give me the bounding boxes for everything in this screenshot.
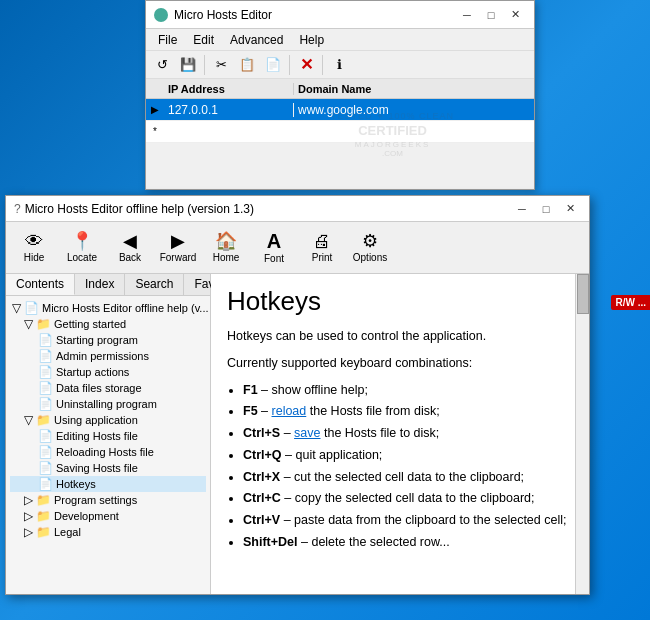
intro-2: Currently supported keyboard combination… xyxy=(227,354,573,373)
minimize-button[interactable]: ─ xyxy=(456,6,478,24)
help-tool-home[interactable]: 🏠 Home xyxy=(204,226,248,270)
forward-label: Forward xyxy=(160,252,197,263)
col-ip-header: IP Address xyxy=(164,83,294,95)
tree-item-saving[interactable]: 📄 Saving Hosts file xyxy=(10,460,206,476)
hotkeys-list: F1 – show offline help; F5 – reload the … xyxy=(243,381,573,552)
tree-label-using: Using application xyxy=(54,414,138,426)
tab-search[interactable]: Search xyxy=(125,274,184,295)
help-tool-forward[interactable]: ▶ Forward xyxy=(156,226,200,270)
help-tool-hide[interactable]: 👁 Hide xyxy=(12,226,56,270)
hotkey-f5-sep: – xyxy=(261,404,271,418)
hide-icon: 👁 xyxy=(25,232,43,250)
help-tool-locate[interactable]: 📍 Locate xyxy=(60,226,104,270)
cell-ip[interactable]: 127.0.0.1 xyxy=(164,103,294,117)
hotkey-ctrlc: Ctrl+C – copy the selected cell data to … xyxy=(243,489,573,508)
font-label: Font xyxy=(264,253,284,264)
help-tool-options[interactable]: ⚙ Options xyxy=(348,226,392,270)
home-label: Home xyxy=(213,252,240,263)
scrollbar-vertical[interactable] xyxy=(575,274,589,594)
table-row[interactable]: ▶ 127.0.0.1 www.google.com xyxy=(146,99,534,121)
locate-icon: 📍 xyxy=(71,232,93,250)
help-tool-font[interactable]: A Font xyxy=(252,226,296,270)
tree-doc-icon: 📄 xyxy=(24,301,39,315)
tree-item-reloading[interactable]: 📄 Reloading Hosts file xyxy=(10,444,206,460)
cell-domain[interactable]: www.google.com xyxy=(294,103,534,117)
toolbar-save[interactable]: 💾 xyxy=(176,54,200,76)
toolbar-info[interactable]: ℹ xyxy=(327,54,351,76)
tree-item-dev[interactable]: ▷ 📁 Development xyxy=(10,508,206,524)
menu-advanced[interactable]: Advanced xyxy=(222,31,291,49)
toolbar-reload[interactable]: ↺ xyxy=(150,54,174,76)
help-close-button[interactable]: ✕ xyxy=(559,200,581,218)
tab-index[interactable]: Index xyxy=(75,274,125,295)
toolbar-copy[interactable]: 📋 xyxy=(235,54,259,76)
intro-1: Hotkeys can be used to control the appli… xyxy=(227,327,573,346)
options-icon: ⚙ xyxy=(362,232,378,250)
hotkey-ctrls-after: the Hosts file to disk; xyxy=(324,426,439,440)
table-area: IP Address Domain Name ▶ 127.0.0.1 www.g… xyxy=(146,79,534,143)
tree-item-starting[interactable]: 📄 Starting program xyxy=(10,332,206,348)
close-button[interactable]: ✕ xyxy=(504,6,526,24)
font-icon: A xyxy=(267,231,281,251)
help-maximize-button[interactable]: □ xyxy=(535,200,557,218)
menu-edit[interactable]: Edit xyxy=(185,31,222,49)
tree-item-editing[interactable]: 📄 Editing Hosts file xyxy=(10,428,206,444)
hide-label: Hide xyxy=(24,252,45,263)
tree-doc-starting: 📄 xyxy=(38,333,53,347)
tree-item-admin[interactable]: 📄 Admin permissions xyxy=(10,348,206,364)
tab-contents[interactable]: Contents xyxy=(6,274,75,295)
hotkey-shiftdel-desc: – delete the selected row... xyxy=(301,535,450,549)
col-domain-header: Domain Name xyxy=(294,83,534,95)
desktop: Micro Hosts Editor ─ □ ✕ File Edit Advan… xyxy=(0,0,650,620)
tree-label-getting: Getting started xyxy=(54,318,126,330)
tree-item-uninstall[interactable]: 📄 Uninstalling program xyxy=(10,396,206,412)
scrollbar-thumb[interactable] xyxy=(577,274,589,314)
row-arrow-empty: * xyxy=(146,126,164,137)
tree-folder-legal: 📁 xyxy=(36,525,51,539)
tree-item-root[interactable]: ▽ 📄 Micro Hosts Editor offline help (v..… xyxy=(10,300,206,316)
title-bar-controls: ─ □ ✕ xyxy=(456,6,526,24)
toolbar-delete[interactable]: ✕ xyxy=(294,54,318,76)
tree-item-getting-started[interactable]: ▽ 📁 Getting started xyxy=(10,316,206,332)
tree-folder-getting: 📁 xyxy=(36,317,51,331)
help-body: Contents Index Search Favorites ▽ 📄 Micr… xyxy=(6,274,589,594)
content-body: Hotkeys can be used to control the appli… xyxy=(227,327,573,552)
key-shiftdel: Shift+Del xyxy=(243,535,298,549)
tree-expand-legal: ▷ xyxy=(24,525,33,539)
tree-item-hotkeys[interactable]: 📄 Hotkeys xyxy=(10,476,206,492)
key-ctrls: Ctrl+S xyxy=(243,426,280,440)
hotkey-ctrlq-desc: – quit application; xyxy=(285,448,382,462)
left-panel: Contents Index Search Favorites ▽ 📄 Micr… xyxy=(6,274,211,594)
tree-folder-dev: 📁 xyxy=(36,509,51,523)
tree-doc-editing: 📄 xyxy=(38,429,53,443)
rw-badge: R/W ... xyxy=(611,295,650,310)
tree-item-startup[interactable]: 📄 Startup actions xyxy=(10,364,206,380)
help-tool-back[interactable]: ◀ Back xyxy=(108,226,152,270)
hotkey-ctrls-sep: – xyxy=(284,426,294,440)
tree-label-legal: Legal xyxy=(54,526,81,538)
menu-bar: File Edit Advanced Help xyxy=(146,29,534,51)
hotkey-f5-link[interactable]: reload xyxy=(272,404,307,418)
tree-item-legal[interactable]: ▷ 📁 Legal xyxy=(10,524,206,540)
toolbar-cut[interactable]: ✂ xyxy=(209,54,233,76)
tree: ▽ 📄 Micro Hosts Editor offline help (v..… xyxy=(6,296,210,594)
maximize-button[interactable]: □ xyxy=(480,6,502,24)
menu-file[interactable]: File xyxy=(150,31,185,49)
toolbar-paste[interactable]: 📄 xyxy=(261,54,285,76)
key-f5: F5 xyxy=(243,404,258,418)
tree-item-using[interactable]: ▽ 📁 Using application xyxy=(10,412,206,428)
tree-label-prog: Program settings xyxy=(54,494,137,506)
tree-doc-admin: 📄 xyxy=(38,349,53,363)
main-toolbar: ↺ 💾 ✂ 📋 📄 ✕ ℹ xyxy=(146,51,534,79)
menu-help[interactable]: Help xyxy=(291,31,332,49)
back-icon: ◀ xyxy=(123,232,137,250)
table-row-empty[interactable]: * xyxy=(146,121,534,143)
hotkey-ctrls-link[interactable]: save xyxy=(294,426,320,440)
tree-item-datafiles[interactable]: 📄 Data files storage xyxy=(10,380,206,396)
key-f1: F1 xyxy=(243,383,258,397)
help-tool-print[interactable]: 🖨 Print xyxy=(300,226,344,270)
help-minimize-button[interactable]: ─ xyxy=(511,200,533,218)
tree-doc-hotkeys: 📄 xyxy=(38,477,53,491)
row-arrow: ▶ xyxy=(146,104,164,115)
tree-item-prog-settings[interactable]: ▷ 📁 Program settings xyxy=(10,492,206,508)
